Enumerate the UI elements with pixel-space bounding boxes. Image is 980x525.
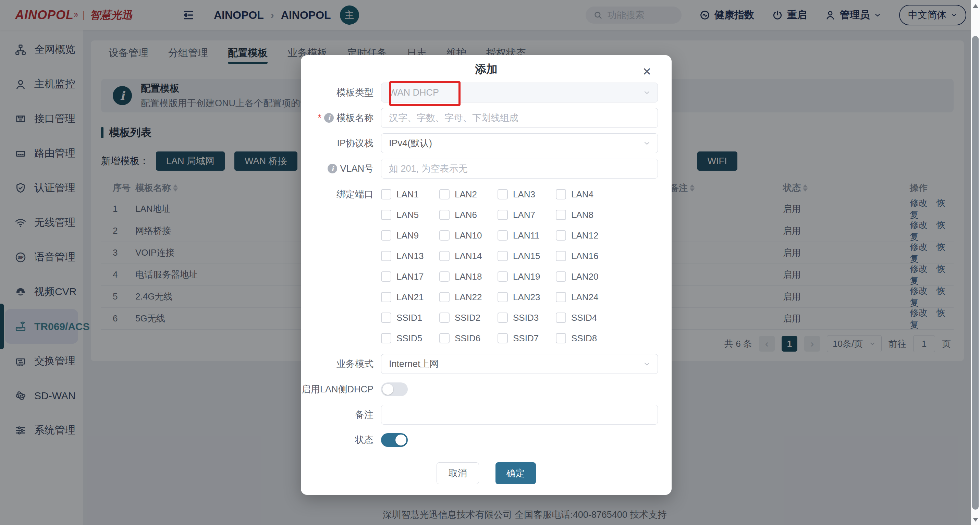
port-checkbox[interactable]: LAN17	[381, 271, 439, 282]
port-checkbox[interactable]: SSID5	[381, 333, 439, 344]
port-checkbox[interactable]: SSID7	[498, 333, 556, 344]
field-label: IP协议栈	[337, 137, 374, 150]
checkbox-box[interactable]	[439, 251, 450, 261]
checkbox-box[interactable]	[381, 271, 391, 282]
service-mode-select[interactable]: Internet上网	[381, 354, 658, 374]
port-checkbox[interactable]: LAN19	[498, 271, 556, 282]
scroll-up-icon[interactable]	[973, 4, 978, 8]
port-checkbox[interactable]: LAN5	[381, 210, 439, 220]
checkbox-box[interactable]	[439, 230, 450, 240]
checkbox-box[interactable]	[498, 210, 508, 220]
port-checkbox[interactable]: LAN7	[498, 210, 556, 220]
port-checkbox[interactable]: LAN10	[439, 230, 498, 241]
checkbox-box[interactable]	[381, 313, 391, 323]
port-label: LAN17	[396, 271, 424, 282]
checkbox-box[interactable]	[498, 313, 508, 323]
checkbox-box[interactable]	[556, 292, 566, 302]
checkbox-box[interactable]	[381, 292, 391, 302]
scrollbar-thumb[interactable]	[972, 36, 978, 509]
checkbox-box[interactable]	[556, 251, 566, 261]
status-toggle[interactable]	[381, 433, 408, 447]
checkbox-box[interactable]	[381, 333, 391, 344]
port-checkbox[interactable]: LAN9	[381, 230, 439, 241]
checkbox-box[interactable]	[498, 189, 508, 199]
checkbox-box[interactable]	[498, 292, 508, 302]
select-value: IPv4(默认)	[389, 137, 432, 150]
port-checkbox[interactable]: LAN11	[498, 230, 556, 241]
port-checkbox[interactable]: LAN12	[556, 230, 614, 241]
vlan-input[interactable]	[389, 164, 650, 174]
checkbox-box[interactable]	[381, 251, 391, 261]
dialog-title: 添加	[301, 63, 671, 76]
port-checkbox[interactable]: LAN14	[439, 251, 498, 261]
field-label: 模板名称	[336, 112, 374, 124]
checkbox-box[interactable]	[381, 230, 391, 240]
remark-input[interactable]	[389, 409, 650, 420]
checkbox-box[interactable]	[498, 230, 508, 240]
lan-dhcp-toggle[interactable]	[381, 382, 408, 396]
scrollbar[interactable]	[971, 0, 980, 525]
checkbox-box[interactable]	[381, 210, 391, 220]
checkbox-box[interactable]	[556, 210, 566, 220]
checkbox-box[interactable]	[439, 189, 450, 199]
field-bind-ports: 绑定端口 LAN1LAN2LAN3LAN4LAN5LAN6LAN7LAN8LAN…	[301, 184, 671, 348]
port-checkbox[interactable]: LAN6	[439, 210, 498, 220]
port-checkbox[interactable]: LAN18	[439, 271, 498, 282]
checkbox-box[interactable]	[439, 292, 450, 302]
port-checkbox[interactable]: LAN2	[439, 189, 498, 200]
port-checkbox[interactable]: LAN20	[556, 271, 614, 282]
port-label: SSID1	[396, 313, 422, 323]
port-label: SSID4	[571, 313, 597, 323]
checkbox-box[interactable]	[556, 230, 566, 240]
ip-stack-select[interactable]: IPv4(默认)	[381, 133, 658, 153]
scroll-down-icon[interactable]	[973, 518, 978, 522]
port-label: LAN23	[513, 292, 540, 302]
checkbox-box[interactable]	[556, 271, 566, 282]
port-checkbox[interactable]: LAN3	[498, 189, 556, 200]
field-ip-stack: IP协议栈 IPv4(默认)	[301, 133, 671, 153]
port-checkbox[interactable]: LAN22	[439, 292, 498, 302]
field-label: 业务模式	[336, 358, 374, 370]
confirm-button[interactable]: 确定	[495, 462, 536, 484]
port-checkbox[interactable]: LAN4	[556, 189, 614, 200]
field-label: VLAN号	[340, 162, 374, 175]
checkbox-box[interactable]	[498, 251, 508, 261]
checkbox-box[interactable]	[556, 333, 566, 344]
port-checkbox[interactable]: LAN21	[381, 292, 439, 302]
port-checkbox[interactable]: SSID8	[556, 333, 614, 344]
field-label: 备注	[355, 409, 374, 421]
template-type-select[interactable]: WAN DHCP	[381, 83, 658, 102]
port-label: SSID7	[513, 333, 539, 344]
port-checkbox[interactable]: SSID2	[439, 313, 498, 323]
checkbox-box[interactable]	[381, 189, 391, 199]
port-checkbox[interactable]: LAN16	[556, 251, 614, 261]
port-label: LAN14	[455, 251, 482, 261]
port-checkbox[interactable]: SSID1	[381, 313, 439, 323]
checkbox-box[interactable]	[439, 210, 450, 220]
port-checkbox[interactable]: SSID6	[439, 333, 498, 344]
port-checkbox[interactable]: SSID3	[498, 313, 556, 323]
port-label: SSID6	[455, 333, 480, 344]
port-checkbox[interactable]: LAN23	[498, 292, 556, 302]
checkbox-box[interactable]	[498, 271, 508, 282]
checkbox-box[interactable]	[439, 333, 450, 344]
port-label: LAN8	[571, 210, 593, 220]
cancel-button[interactable]: 取消	[436, 462, 479, 484]
checkbox-box[interactable]	[498, 333, 508, 344]
toggle-knob	[382, 384, 393, 395]
port-checkbox[interactable]: SSID4	[556, 313, 614, 323]
checkbox-box[interactable]	[556, 189, 566, 199]
port-checkbox[interactable]: LAN8	[556, 210, 614, 220]
checkbox-box[interactable]	[439, 313, 450, 323]
port-checkbox[interactable]: LAN24	[556, 292, 614, 302]
port-label: LAN4	[571, 189, 593, 200]
port-checkbox[interactable]: LAN13	[381, 251, 439, 261]
port-label: LAN12	[571, 230, 599, 241]
template-name-input[interactable]	[389, 113, 650, 123]
port-checkbox[interactable]: LAN1	[381, 189, 439, 200]
checkbox-box[interactable]	[556, 313, 566, 323]
port-checkbox[interactable]: LAN15	[498, 251, 556, 261]
field-label: 绑定端口	[336, 188, 374, 200]
checkbox-box[interactable]	[439, 271, 450, 282]
close-icon[interactable]: ✕	[640, 65, 654, 78]
